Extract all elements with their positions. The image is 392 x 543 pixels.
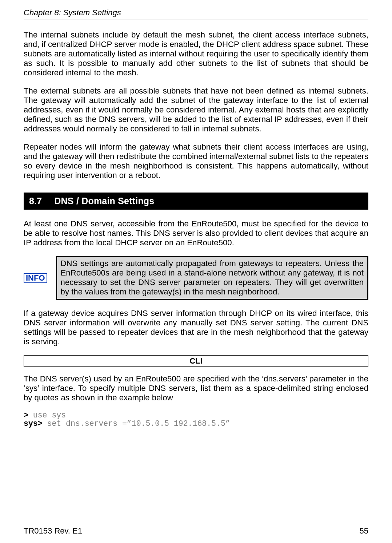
body-paragraph: The DNS server(s) used by an EnRoute500 … <box>24 374 368 403</box>
cli-prompt: > <box>24 411 28 420</box>
body-paragraph: The external subnets are all possible su… <box>24 86 368 134</box>
cli-command: set dns.servers =”10.5.0.5 192.168.5.5” <box>43 419 230 428</box>
info-note: DNS settings are automatically propagate… <box>56 256 368 300</box>
cli-prompt: sys> <box>24 419 43 428</box>
cli-line: sys> set dns.servers =”10.5.0.5 192.168.… <box>24 420 368 428</box>
info-icon: INFO <box>24 273 47 283</box>
body-paragraph: If a gateway device acquires DNS server … <box>24 309 368 346</box>
page-footer: TR0153 Rev. E1 55 <box>24 526 368 536</box>
cli-heading: CLI <box>24 355 368 367</box>
body-paragraph: Repeater nodes will inform the gateway w… <box>24 142 368 180</box>
section-heading: 8.7DNS / Domain Settings <box>24 193 368 210</box>
footer-doc-id: TR0153 Rev. E1 <box>24 526 82 536</box>
info-label: INFO <box>24 273 47 283</box>
section-number: 8.7 <box>29 196 42 206</box>
body-paragraph: The internal subnets include by default … <box>24 30 368 78</box>
footer-page-number: 55 <box>360 526 368 536</box>
info-callout: INFO DNS settings are automatically prop… <box>24 256 368 300</box>
page-header: Chapter 8: System Settings <box>24 8 368 20</box>
body-paragraph: At least one DNS server, accessible from… <box>24 219 368 247</box>
cli-command: use sys <box>28 411 66 420</box>
section-title: DNS / Domain Settings <box>54 196 154 206</box>
cli-line: > use sys <box>24 411 368 420</box>
cli-example: > use sys sys> set dns.servers =”10.5.0.… <box>24 411 368 428</box>
